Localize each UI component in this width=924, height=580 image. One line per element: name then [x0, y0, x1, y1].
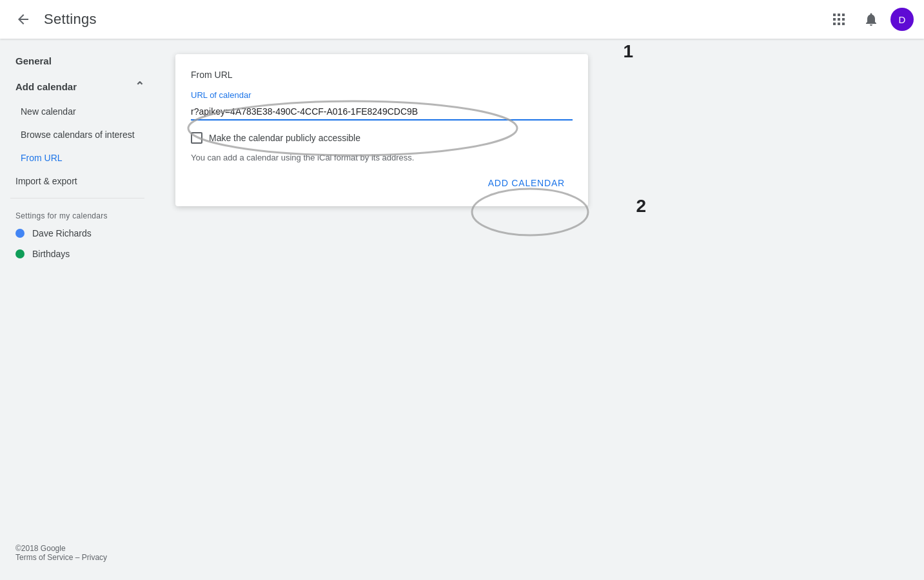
- settings-section-label: Settings for my calendars: [0, 204, 155, 223]
- footer-separator: –: [75, 553, 82, 562]
- dave-calendar-dot: [15, 229, 25, 238]
- card-header: From URL: [191, 70, 573, 80]
- url-label: URL of calendar: [191, 90, 573, 100]
- svg-rect-7: [838, 23, 840, 25]
- birthdays-calendar-dot: [15, 249, 25, 258]
- sidebar-item-browse-calendars[interactable]: Browse calendars of interest: [0, 123, 155, 146]
- footer-bottom: Terms of Service – Privacy: [15, 553, 139, 562]
- add-calendar-button[interactable]: ADD CALENDAR: [480, 173, 573, 193]
- checkbox-row: Make the calendar publicly accessible: [191, 132, 573, 144]
- sidebar-item-from-url[interactable]: From URL: [0, 146, 155, 169]
- sidebar-divider: [10, 198, 144, 198]
- calendar-item-dave[interactable]: Dave Richards: [0, 223, 155, 244]
- public-checkbox[interactable]: [191, 132, 202, 144]
- help-text: You can add a calendar using the iCal fo…: [191, 153, 573, 162]
- grid-icon: [831, 12, 847, 27]
- dave-calendar-name: Dave Richards: [32, 228, 92, 238]
- topbar-left: Settings: [10, 6, 97, 32]
- svg-rect-0: [833, 14, 836, 16]
- sidebar-add-calendar-header[interactable]: Add calendar ⌃: [0, 73, 155, 100]
- back-button[interactable]: [10, 6, 36, 32]
- chevron-up-icon: ⌃: [135, 79, 144, 93]
- svg-rect-4: [838, 18, 840, 21]
- grid-button[interactable]: [826, 6, 852, 32]
- terms-link[interactable]: Terms of Service: [15, 553, 73, 562]
- card-actions: ADD CALENDAR: [191, 173, 573, 193]
- sidebar-item-import-export[interactable]: Import & export: [0, 169, 155, 193]
- page-title: Settings: [44, 11, 97, 28]
- svg-rect-2: [842, 14, 845, 16]
- calendar-item-birthdays[interactable]: Birthdays: [0, 244, 155, 264]
- checkbox-label: Make the calendar publicly accessible: [209, 133, 360, 143]
- sidebar-item-general[interactable]: General: [0, 49, 155, 73]
- copyright: ©2018 Google: [15, 544, 139, 553]
- svg-rect-6: [833, 23, 836, 25]
- annotation-1: 1: [623, 41, 633, 62]
- back-icon: [15, 12, 31, 27]
- url-input[interactable]: [191, 104, 573, 121]
- from-url-card: From URL URL of calendar Make the calend…: [175, 54, 588, 206]
- svg-rect-8: [842, 23, 845, 25]
- content-area: 1 2 From URL URL of calendar Make the ca…: [155, 39, 924, 580]
- main-layout: General Add calendar ⌃ New calendar Brow…: [0, 39, 924, 580]
- add-calendar-label: Add calendar: [15, 81, 77, 92]
- svg-rect-3: [833, 18, 836, 21]
- svg-rect-5: [842, 18, 845, 21]
- bell-icon: [863, 12, 879, 27]
- sidebar-item-new-calendar[interactable]: New calendar: [0, 100, 155, 123]
- svg-rect-1: [838, 14, 840, 16]
- birthdays-calendar-name: Birthdays: [32, 249, 70, 259]
- topbar-right: D: [826, 6, 914, 32]
- privacy-link[interactable]: Privacy: [82, 553, 107, 562]
- avatar[interactable]: D: [890, 8, 914, 31]
- footer-links: ©2018 Google Terms of Service – Privacy: [0, 536, 155, 570]
- topbar: Settings D: [0, 0, 924, 39]
- bell-button[interactable]: [858, 6, 884, 32]
- annotation-2: 2: [636, 196, 646, 217]
- sidebar: General Add calendar ⌃ New calendar Brow…: [0, 39, 155, 580]
